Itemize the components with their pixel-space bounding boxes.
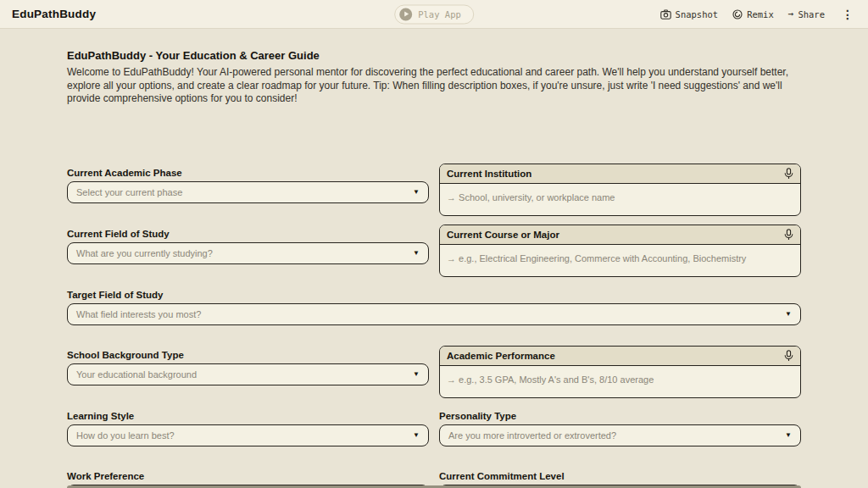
form-row-5: Learning Style How do you learn best? ▼ … — [67, 407, 801, 446]
voice-card-header: Current Course or Major — [440, 225, 800, 245]
field-label: Current Commitment Level — [439, 471, 801, 481]
form-row-2: Current Field of Study What are you curr… — [67, 225, 801, 277]
page-description: Welcome to EduPathBuddy! Your AI-powered… — [67, 66, 801, 106]
microphone-icon[interactable] — [784, 229, 793, 241]
voice-card-header: Academic Performance — [440, 347, 800, 366]
chevron-down-icon: ▼ — [785, 432, 792, 439]
select-placeholder: What are you currently studying? — [76, 248, 213, 258]
select-placeholder: Are you more introverted or extroverted? — [448, 430, 616, 441]
app-title: EduPathBuddy — [12, 8, 96, 20]
chevron-down-icon: ▼ — [413, 371, 420, 378]
camera-icon — [660, 9, 671, 19]
page-title: EduPathBuddy - Your Education & Career G… — [67, 49, 801, 62]
field-personality-type: Personality Type Are you more introverte… — [439, 407, 801, 446]
microphone-icon[interactable] — [784, 168, 793, 180]
chevron-down-icon: ▼ — [785, 311, 792, 318]
field-current-field-of-study: Current Field of Study What are you curr… — [67, 225, 429, 277]
share-label: Share — [798, 9, 825, 19]
field-current-course-or-major: Current Course or Major → e.g., Electric… — [439, 225, 801, 277]
academic-performance-input[interactable]: → e.g., 3.5 GPA, Mostly A's and B's, 8/1… — [440, 366, 800, 397]
personality-type-select[interactable]: Are you more introverted or extroverted?… — [439, 424, 801, 446]
form-row-1: Current Academic Phase Select your curre… — [67, 164, 801, 216]
play-app-label: Play App — [418, 9, 461, 19]
form-row-3: Target Field of Study What field interes… — [67, 286, 801, 325]
field-label: Current Academic Phase — [67, 168, 429, 178]
header-actions: Snapshot Remix → Share ⋮ — [660, 8, 856, 21]
more-menu-icon[interactable]: ⋮ — [839, 8, 856, 21]
remix-button[interactable]: Remix — [732, 9, 774, 19]
snapshot-button[interactable]: Snapshot — [660, 9, 719, 19]
share-button[interactable]: → Share — [788, 8, 825, 19]
form-row-4: School Background Type Your educational … — [67, 346, 801, 398]
chevron-down-icon: ▼ — [413, 432, 420, 439]
voice-card-header: Current Institution — [440, 164, 800, 184]
arrow-right-icon: → — [788, 8, 794, 19]
school-background-type-select[interactable]: Your educational background ▼ — [67, 363, 429, 385]
input-placeholder: → e.g., Electrical Engineering, Commerce… — [447, 253, 746, 263]
current-course-or-major-input[interactable]: → e.g., Electrical Engineering, Commerce… — [440, 245, 800, 276]
input-placeholder: → e.g., 3.5 GPA, Mostly A's and B's, 8/1… — [447, 374, 654, 385]
select-placeholder: How do you learn best? — [76, 430, 175, 441]
field-target-field-of-study: Target Field of Study What field interes… — [67, 286, 801, 325]
field-label: Current Institution — [447, 169, 531, 179]
microphone-icon[interactable] — [784, 350, 793, 362]
field-current-academic-phase: Current Academic Phase Select your curre… — [67, 164, 429, 216]
remix-icon — [732, 9, 743, 19]
select-placeholder: Your educational background — [76, 369, 197, 380]
field-label: Target Field of Study — [67, 290, 801, 300]
main-content: EduPathBuddy - Your Education & Career G… — [67, 29, 801, 488]
field-school-background-type: School Background Type Your educational … — [67, 346, 429, 398]
select-placeholder: What field interests you most? — [76, 309, 201, 319]
select-placeholder: Select your current phase — [76, 187, 182, 197]
current-academic-phase-select[interactable]: Select your current phase ▼ — [67, 181, 429, 203]
app-header: EduPathBuddy Play App Snapshot Rem — [0, 0, 868, 29]
field-label: Current Course or Major — [447, 230, 559, 240]
field-label: Work Preference — [67, 471, 429, 481]
field-learning-style: Learning Style How do you learn best? ▼ — [67, 407, 429, 446]
play-icon — [399, 8, 412, 20]
snapshot-label: Snapshot — [676, 9, 719, 19]
field-label: Personality Type — [439, 411, 801, 421]
input-placeholder: → School, university, or workplace name — [447, 192, 615, 202]
field-label: Learning Style — [67, 411, 429, 421]
target-field-of-study-select[interactable]: What field interests you most? ▼ — [67, 303, 801, 325]
current-field-of-study-select[interactable]: What are you currently studying? ▼ — [67, 242, 429, 264]
chevron-down-icon: ▼ — [413, 189, 420, 196]
play-app-button[interactable]: Play App — [394, 4, 474, 24]
field-label: Academic Performance — [447, 351, 555, 361]
chevron-down-icon: ▼ — [413, 250, 420, 257]
field-current-institution: Current Institution → School, university… — [439, 164, 801, 216]
remix-label: Remix — [747, 9, 774, 19]
current-institution-input[interactable]: → School, university, or workplace name — [440, 184, 800, 215]
field-label: Current Field of Study — [67, 229, 429, 239]
field-label: School Background Type — [67, 350, 429, 360]
field-academic-performance: Academic Performance → e.g., 3.5 GPA, Mo… — [439, 346, 801, 398]
learning-style-select[interactable]: How do you learn best? ▼ — [67, 424, 429, 446]
